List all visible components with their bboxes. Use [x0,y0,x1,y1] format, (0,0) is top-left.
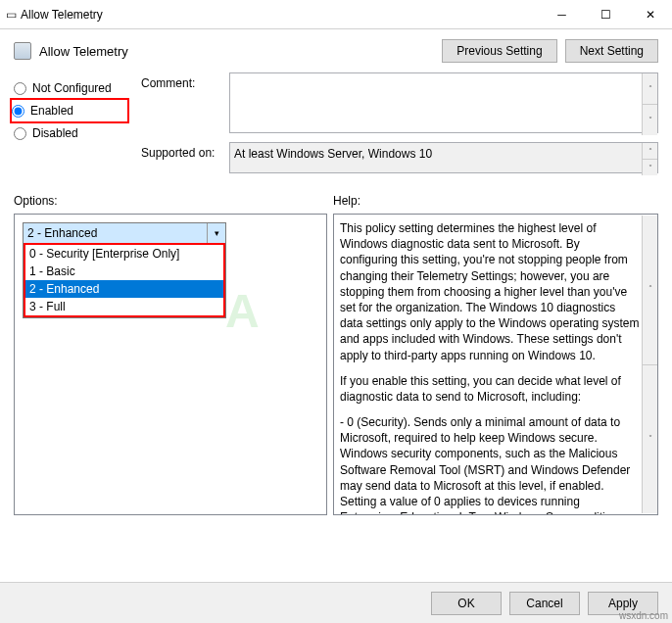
app-icon: ▭ [6,8,17,22]
window-title: Allow Telemetry [17,8,540,22]
page-title: Allow Telemetry [39,44,434,59]
scroll-up-icon[interactable]: ˄ [642,143,657,159]
radio-enabled-input[interactable] [12,105,24,118]
policy-icon [14,42,31,60]
close-button[interactable]: ✕ [628,0,672,28]
help-label: Help: [333,194,360,208]
scroll-down-icon[interactable]: ˅ [642,104,657,135]
ok-button[interactable]: OK [431,592,502,615]
radio-disabled-label: Disabled [32,126,78,140]
help-scrollbar[interactable]: ˄ ˅ [642,216,657,513]
options-pane: 2 - Enhanced 0 - Security [Enterprise On… [14,214,327,515]
select-option[interactable]: 1 - Basic [25,263,223,280]
previous-setting-button[interactable]: Previous Setting [442,39,556,63]
maximize-button[interactable]: ☐ [584,0,628,28]
radio-enabled-label: Enabled [30,104,73,118]
options-label: Options: [14,194,333,208]
select-option[interactable]: 0 - Security [Enterprise Only] [25,245,223,263]
help-text: If you enable this setting, you can deci… [340,373,640,405]
select-option[interactable]: 2 - Enhanced [25,280,223,298]
radio-disabled[interactable]: Disabled [14,123,129,143]
scroll-up-icon[interactable]: ˄ [642,216,657,364]
help-text: This policy setting determines the highe… [340,220,640,363]
scroll-down-icon[interactable]: ˅ [642,364,657,514]
radio-not-configured-label: Not Configured [32,81,112,95]
scroll-up-icon[interactable]: ˄ [642,73,657,104]
help-text: - 0 (Security). Sends only a minimal amo… [340,414,640,515]
telemetry-level-select[interactable]: 2 - Enhanced 0 - Security [Enterprise On… [23,222,226,318]
next-setting-button[interactable]: Next Setting [565,39,658,63]
cancel-button[interactable]: Cancel [509,592,580,615]
state-radio-group: Not Configured Enabled Disabled [14,72,129,182]
help-pane: This policy setting determines the highe… [333,214,658,515]
title-bar: ▭ Allow Telemetry ─ ☐ ✕ [0,0,672,29]
minimize-button[interactable]: ─ [540,0,584,28]
supported-scrollbar[interactable]: ˄ ˅ [642,143,657,175]
header: Allow Telemetry Previous Setting Next Se… [0,29,672,67]
radio-disabled-input[interactable] [14,127,26,140]
comment-textarea[interactable] [229,72,658,133]
comment-label: Comment: [141,72,229,136]
radio-not-configured-input[interactable] [14,82,26,95]
select-option[interactable]: 3 - Full [25,298,223,315]
supported-on-label: Supported on: [141,142,229,176]
scroll-down-icon[interactable]: ˅ [642,159,657,175]
comment-scrollbar[interactable]: ˄ ˅ [642,73,657,135]
radio-enabled[interactable]: Enabled [12,101,121,120]
select-value[interactable]: 2 - Enhanced [24,223,225,243]
radio-not-configured[interactable]: Not Configured [14,78,129,98]
attribution: wsxdn.com [619,610,668,621]
footer: OK Cancel Apply [0,582,672,623]
supported-on-value: At least Windows Server, Windows 10 [229,142,658,173]
select-dropdown-list: 0 - Security [Enterprise Only] 1 - Basic… [24,243,225,317]
